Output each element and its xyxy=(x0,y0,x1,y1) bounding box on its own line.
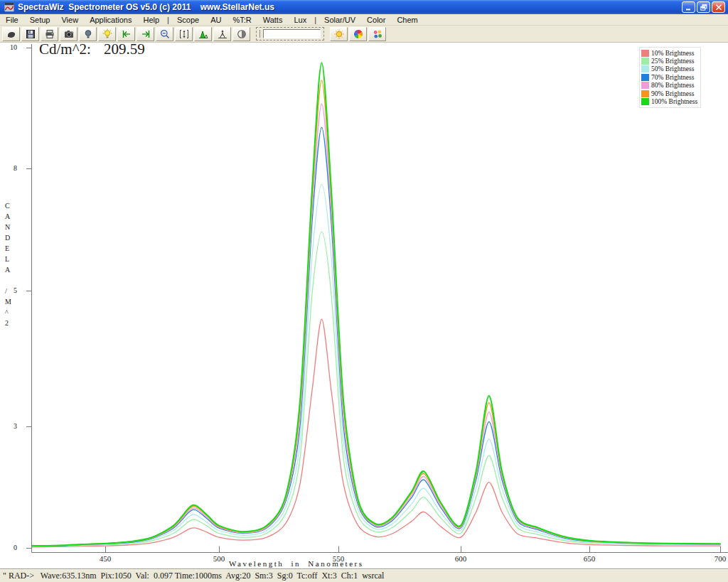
lamp-off-icon xyxy=(82,28,94,40)
open-file-icon xyxy=(6,28,17,40)
series-curve xyxy=(33,232,720,546)
menu-item-setup[interactable]: Setup xyxy=(24,15,56,25)
series-curve xyxy=(33,184,720,546)
view-peaks-icon xyxy=(198,28,209,40)
shift-left-button[interactable] xyxy=(117,27,135,41)
chart-plot-area[interactable] xyxy=(0,0,728,582)
zoom-out-button[interactable] xyxy=(156,27,173,41)
legend: 10% Brightness25% Brightness50% Brightne… xyxy=(639,47,701,108)
readout-label: Cd/m^2: xyxy=(39,41,91,58)
window-title: SpectraWiz Spectrometer OS v5.0 (c) 2011… xyxy=(18,2,682,12)
peak-hold-button[interactable] xyxy=(213,27,231,41)
menu-item-au[interactable]: AU xyxy=(205,15,227,25)
legend-item: 70% Brightness xyxy=(641,73,697,81)
legend-item: 50% Brightness xyxy=(641,65,697,73)
x-tick-label: 650 xyxy=(575,554,604,563)
color-palette-icon xyxy=(372,28,383,40)
series-curve xyxy=(33,80,720,546)
status-text: " RAD-> Wave:635.13nm Pix:1050 Val: 0.09… xyxy=(3,571,384,581)
status-bar: " RAD-> Wave:635.13nm Pix:1050 Val: 0.09… xyxy=(0,568,728,582)
legend-item: 100% Brightness xyxy=(641,97,697,105)
menu-item-lux[interactable]: Lux xyxy=(288,15,312,25)
lamp-on-icon xyxy=(102,28,113,40)
zoom-out-icon xyxy=(159,28,171,40)
legend-swatch xyxy=(641,98,649,105)
menu-bar: FileSetupViewApplicationsHelp|ScopeAU%T:… xyxy=(0,14,728,26)
legend-label: 100% Brightness xyxy=(651,98,697,105)
contrast-icon xyxy=(236,28,247,40)
view-peaks-button[interactable] xyxy=(194,27,212,41)
x-tick-label: 500 xyxy=(205,554,233,563)
menu-item--t-r[interactable]: %T:R xyxy=(227,15,257,25)
menu-item-scope[interactable]: Scope xyxy=(171,15,205,25)
shift-right-button[interactable] xyxy=(136,27,154,41)
save-button[interactable] xyxy=(21,27,39,41)
minimize-button[interactable] xyxy=(682,1,695,13)
lamp-off-button[interactable] xyxy=(79,27,97,41)
x-tick-label: 450 xyxy=(91,554,119,563)
camera-button[interactable] xyxy=(60,27,77,41)
legend-swatch xyxy=(641,74,649,81)
series-curve xyxy=(33,104,720,546)
lamp-on-button[interactable] xyxy=(98,27,116,41)
legend-item: 90% Brightness xyxy=(641,90,697,97)
legend-swatch xyxy=(641,58,649,65)
series-curve xyxy=(33,63,720,546)
legend-label: 70% Brightness xyxy=(651,74,694,81)
y-tick-label: 10 xyxy=(3,43,17,51)
x-tick-label: 700 xyxy=(706,554,728,563)
menu-item-solar-uv[interactable]: Solar/UV xyxy=(318,15,361,25)
legend-swatch xyxy=(641,90,649,97)
fit-vertical-icon xyxy=(178,28,190,40)
menu-separator: | xyxy=(165,15,171,25)
progress-field xyxy=(263,29,321,38)
peak-hold-icon xyxy=(217,28,228,40)
title-bar[interactable]: SpectraWiz Spectrometer OS v5.0 (c) 2011… xyxy=(0,0,728,14)
print-icon xyxy=(44,28,55,40)
menu-item-watts[interactable]: Watts xyxy=(257,15,289,25)
open-file-button[interactable] xyxy=(2,27,20,41)
restore-button[interactable] xyxy=(697,1,710,13)
y-tick-label: 0 xyxy=(3,544,17,551)
menu-item-view[interactable]: View xyxy=(55,15,84,25)
fit-vertical-button[interactable] xyxy=(175,27,193,41)
legend-label: 10% Brightness xyxy=(651,50,694,57)
menu-item-file[interactable]: File xyxy=(0,15,24,25)
color-palette-button[interactable] xyxy=(368,27,386,41)
color-wheel-icon xyxy=(353,28,364,40)
x-tick-label: 550 xyxy=(324,554,353,563)
y-tick-label: 8 xyxy=(3,164,17,172)
close-button[interactable] xyxy=(712,1,725,13)
menu-item-help[interactable]: Help xyxy=(137,15,165,25)
legend-label: 80% Brightness xyxy=(651,82,694,89)
legend-item: 80% Brightness xyxy=(641,82,697,90)
sun-brightness-button[interactable] xyxy=(330,27,348,41)
menu-item-applications[interactable]: Applications xyxy=(84,15,137,25)
contrast-button[interactable] xyxy=(232,27,250,41)
readout-value: 209.59 xyxy=(104,41,145,58)
legend-label: 50% Brightness xyxy=(651,65,694,72)
integration-progress-bar[interactable] xyxy=(256,27,324,41)
series-curve xyxy=(33,127,720,546)
app-window: Cd/m^2: 209.59 C A N D E L A / M ^ 2 Wav… xyxy=(0,0,728,582)
menu-item-color[interactable]: Color xyxy=(361,15,391,25)
legend-swatch xyxy=(641,50,649,57)
menu-separator: | xyxy=(312,15,318,25)
shift-left-icon xyxy=(121,28,132,40)
sun-brightness-icon xyxy=(333,28,345,40)
color-wheel-button[interactable] xyxy=(349,27,367,41)
save-icon xyxy=(25,28,36,40)
series-curve xyxy=(33,319,720,547)
app-icon xyxy=(4,2,15,13)
legend-label: 90% Brightness xyxy=(651,90,694,97)
tool-bar xyxy=(0,26,728,43)
progress-tick xyxy=(259,30,260,38)
x-tick-label: 600 xyxy=(446,554,475,563)
legend-label: 25% Brightness xyxy=(651,58,694,65)
print-button[interactable] xyxy=(41,27,58,41)
legend-item: 10% Brightness xyxy=(641,49,697,57)
camera-icon xyxy=(63,28,75,40)
legend-swatch xyxy=(641,82,649,89)
shift-right-icon xyxy=(140,28,151,40)
menu-item-chem[interactable]: Chem xyxy=(391,15,423,25)
